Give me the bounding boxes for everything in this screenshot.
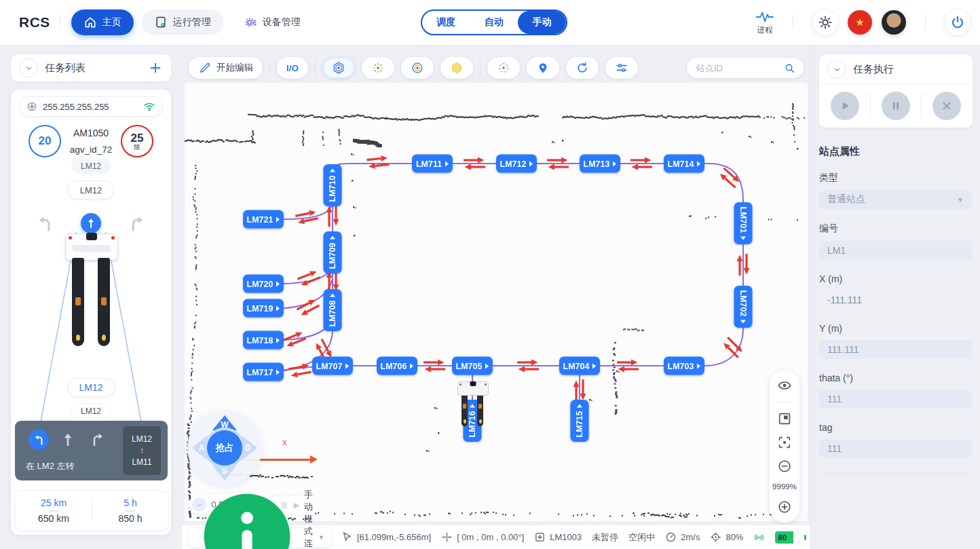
direction-triangle-icon [697,161,700,166]
play-task-button[interactable] [831,92,859,120]
language-flag-button[interactable]: ★ [848,10,872,35]
layer-toggle-area-hexagon[interactable] [440,57,473,79]
add-task-button[interactable] [148,60,163,75]
station-LM714[interactable]: LM714 [664,155,704,173]
monitor-icon [154,16,168,29]
radar-scan-icon [497,61,510,75]
turn-left-button[interactable] [35,214,54,233]
start-edit-button[interactable]: 开始编辑 [189,57,263,79]
mode-tab-1[interactable]: 调度 [422,11,470,34]
mode-tab-3[interactable]: 手动 [518,11,566,34]
zoom-in-icon[interactable] [777,499,792,514]
eye-icon[interactable] [777,378,792,393]
nav-item-home[interactable]: 主页 [71,10,134,35]
next-station-tag: LM12 [71,403,111,419]
layer-toggle-filter-sliders[interactable] [605,57,638,79]
station-LM709[interactable]: LM709 [324,231,342,273]
minimap-icon[interactable] [777,411,792,426]
bidirectional-arrow-icon [462,157,487,170]
agv-ip-field[interactable]: 255.255.255.255 [19,96,163,117]
station-LM702[interactable]: LM702 [734,286,753,328]
field-value[interactable]: -111.111 [819,290,972,309]
station-LM720[interactable]: LM720 [243,275,284,293]
status-item: [ 0m , 0m , 0.00°] [441,531,524,543]
cancel-task-button[interactable] [932,92,961,120]
forward-button[interactable] [81,213,101,233]
nav-item-monitor[interactable]: 运行管理 [142,10,223,35]
io-button[interactable]: I/O [277,57,308,79]
process-button[interactable]: 进程 [756,10,774,35]
current-station-tag: LM12 [67,378,115,397]
field-input[interactable]: 111 [819,439,972,458]
station-LM717[interactable]: LM717 [243,363,284,381]
layer-toggle-target-rings[interactable] [401,57,434,79]
wifi-icon [143,100,155,113]
station-properties: 站点属性 类型普通站点▼编号LM1X (m)-111.111Y (m)111.1… [819,140,972,474]
station-LM713[interactable]: LM713 [580,155,620,173]
route-box: LM12 ↑ LM11 [123,426,161,475]
direction-triangle-icon [330,236,335,240]
status-item: 未暂停 [592,531,618,544]
joystick-up-button[interactable]: W [212,415,237,430]
field-label: X (m) [819,273,972,284]
joystick-left-button[interactable]: A [192,436,207,460]
arrow-up-icon [60,432,76,448]
divider [315,60,316,76]
center-focus-icon[interactable] [777,435,792,450]
station-LM708[interactable]: LM708 [324,289,342,331]
main-nav: 主页运行管理设备管理 [71,10,313,35]
joystick-down-button[interactable]: S [212,466,237,480]
turn-right-button[interactable] [128,214,147,233]
power-icon [950,15,965,30]
station-search[interactable] [687,58,804,78]
zoom-out-icon[interactable] [777,459,792,474]
pause-icon [889,99,903,113]
gear-icon [244,16,257,29]
station-LM718[interactable]: LM718 [243,331,284,349]
joystick-seize-button[interactable]: 抢占 [207,430,242,466]
station-LM721[interactable]: LM721 [243,210,284,229]
station-LM719[interactable]: LM719 [243,299,284,318]
station-LM712[interactable]: LM712 [496,155,537,173]
nav-item-gear[interactable]: 设备管理 [231,10,313,35]
layer-toggle-node-hexagon[interactable] [322,57,355,79]
collapse-button[interactable] [19,58,38,77]
station-LM706[interactable]: LM706 [377,357,417,375]
layer-toggle-location-pin[interactable] [527,57,559,79]
station-search-input[interactable] [695,62,778,74]
battery-icon: 80 [775,531,799,544]
power-button[interactable] [945,10,970,35]
field-input[interactable]: 111.111 [819,340,972,359]
collapse-button[interactable] [827,60,846,79]
station-LM711[interactable]: LM711 [412,155,453,173]
type-select[interactable]: 普通站点▼ [819,190,972,209]
station-LM705[interactable]: LM705 [452,357,493,375]
station-LM710[interactable]: LM710 [324,164,342,206]
mode-tab-2[interactable]: 自动 [470,11,519,34]
bidirectional-arrow-icon [326,204,339,228]
station-label: LM715 [575,411,584,438]
field-input[interactable]: LM1 [819,241,972,260]
theme-brightness-button[interactable] [812,10,838,35]
layer-toggle-radar-scan[interactable] [487,57,520,79]
field-label: 编号 [819,223,972,235]
joystick-right-button[interactable]: D [242,436,257,460]
station-LM707[interactable]: LM707 [312,357,353,375]
map-viewport[interactable]: 开始编辑 I/O W A D S 抢占 x − 0.5m [182,45,810,525]
search-icon[interactable] [784,62,795,74]
divider [480,60,480,76]
field-input[interactable]: 111 [819,390,972,409]
layer-toggle-refresh[interactable] [566,57,599,79]
station-LM703[interactable]: LM703 [664,357,704,375]
agv-map-marker[interactable] [457,381,487,429]
layer-toggle-lidar-points[interactable] [362,57,394,79]
task-list-title: 任务列表 [45,62,86,75]
station-LM715[interactable]: LM715 [571,400,589,442]
status-message-dropdown[interactable]: 手动模式连接成功▼ [189,528,331,547]
avatar[interactable] [882,10,906,35]
station-label: LM703 [668,361,694,371]
field-value: 111 [827,443,842,454]
pause-task-button[interactable] [882,92,910,120]
station-LM701[interactable]: LM701 [734,202,753,244]
station-LM704[interactable]: LM704 [559,357,600,375]
